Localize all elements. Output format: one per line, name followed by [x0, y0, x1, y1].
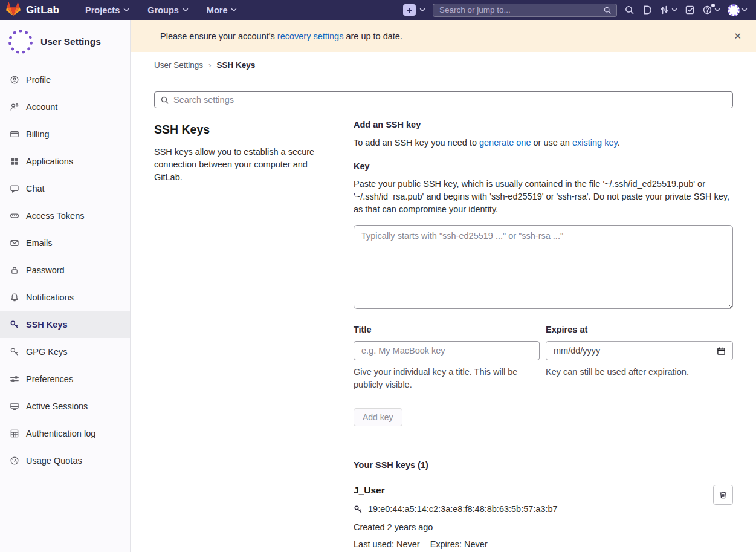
ssh-key-last-used: Last used: Never — [354, 539, 420, 549]
your-ssh-keys-heading: Your SSH keys (1) — [354, 460, 733, 470]
delete-key-button[interactable] — [713, 485, 733, 505]
user-avatar[interactable] — [728, 4, 740, 16]
sidebar-item-profile[interactable]: Profile — [0, 66, 130, 93]
title-field-help: Give your individual key a title. This w… — [354, 366, 540, 391]
key-field-help: Paste your public SSH key, which is usua… — [354, 178, 733, 216]
user-avatar — [8, 30, 33, 54]
breadcrumb-ssh-keys: SSH Keys — [217, 60, 256, 70]
sidebar-item-notifications[interactable]: Notifications — [0, 284, 130, 311]
sidebar-item-gpg-keys[interactable]: GPG Keys — [0, 338, 130, 365]
section-form: Add an SSH key To add an SSH key you nee… — [354, 120, 733, 549]
new-item-dropdown[interactable]: + — [403, 4, 425, 16]
gpg-keys-icon — [10, 347, 19, 357]
nav-more-menu[interactable]: More — [198, 0, 247, 20]
app-window: GitLab Projects Groups More + — [0, 0, 756, 552]
password-lock-icon — [10, 265, 19, 275]
global-search-box[interactable] — [433, 4, 617, 17]
top-navbar: GitLab Projects Groups More + — [0, 0, 756, 20]
page-description: SSH keys allow you to establish a secure… — [154, 146, 325, 184]
active-sessions-monitor-icon — [10, 401, 19, 411]
sidebar-item-authentication-log[interactable]: Authentication log — [0, 420, 130, 447]
todo-list-button[interactable] — [685, 5, 695, 15]
sidebar-item-password[interactable]: Password — [0, 256, 130, 284]
sidebar-item-applications[interactable]: Applications — [0, 148, 130, 175]
gitlab-home-link[interactable]: GitLab — [6, 2, 59, 18]
plus-icon[interactable]: + — [403, 4, 416, 16]
notifications-bell-icon — [10, 293, 19, 302]
date-placeholder: mm/dd/yyyy — [554, 346, 717, 356]
ssh-key-info: J_User 19:e0:44:a5:14:c2:3a:e8:f8:48:8b:… — [354, 485, 713, 549]
usage-quotas-gauge-icon — [10, 456, 19, 466]
sidebar-item-emails[interactable]: Emails — [0, 229, 130, 256]
access-tokens-icon — [10, 211, 19, 221]
gitlab-logo-text: GitLab — [26, 4, 59, 16]
ssh-key-textarea[interactable] — [354, 225, 733, 309]
ssh-key-list-item: J_User 19:e0:44:a5:14:c2:3a:e8:f8:48:8b:… — [354, 485, 733, 549]
preferences-sliders-icon — [10, 374, 19, 384]
ssh-key-name: J_User — [354, 485, 713, 496]
gitlab-tanuki-logo-icon — [6, 2, 21, 18]
main-panel: Please ensure your account's recovery se… — [131, 20, 756, 552]
issues-button[interactable] — [642, 5, 652, 15]
settings-search-box[interactable] — [154, 91, 733, 108]
emails-icon — [10, 238, 19, 248]
add-ssh-key-heading: Add an SSH key — [354, 120, 733, 129]
billing-icon — [10, 129, 19, 139]
breadcrumb-bar: User Settings › SSH Keys — [131, 52, 756, 77]
chevron-down-icon — [671, 8, 677, 12]
generate-one-link[interactable]: generate one — [479, 138, 531, 148]
ssh-key-fingerprint: 19:e0:44:a5:14:c2:3a:e8:f8:48:8b:63:5b:5… — [368, 504, 558, 514]
merge-requests-dropdown[interactable] — [659, 5, 677, 15]
user-menu-dropdown[interactable] — [728, 4, 748, 16]
search-icon — [624, 5, 635, 15]
sidebar-item-account[interactable]: Account — [0, 93, 130, 120]
breadcrumb-separator-icon: › — [208, 60, 212, 70]
sidebar-item-active-sessions[interactable]: Active Sessions — [0, 392, 130, 420]
profile-icon — [10, 75, 19, 85]
authentication-log-table-icon — [10, 429, 19, 438]
help-dropdown[interactable] — [702, 5, 720, 15]
expires-field-help: Key can still be used after expiration. — [546, 366, 733, 378]
settings-search-input[interactable] — [154, 91, 733, 108]
sidebar-nav-list: Profile Account Bill — [0, 66, 130, 474]
nav-groups-menu[interactable]: Groups — [138, 0, 198, 20]
sidebar-item-chat[interactable]: Chat — [0, 175, 130, 202]
title-field-label: Title — [354, 325, 540, 334]
section-summary: SSH Keys SSH keys allow you to establish… — [154, 120, 325, 549]
recovery-settings-alert: Please ensure your account's recovery se… — [131, 20, 756, 52]
chat-icon — [10, 184, 19, 193]
navbar-menu: Projects Groups More — [76, 0, 246, 20]
navbar-search-button[interactable] — [624, 5, 635, 15]
key-icon — [354, 505, 363, 514]
key-title-input[interactable] — [354, 341, 540, 360]
calendar-icon[interactable] — [717, 346, 726, 356]
account-icon — [10, 102, 19, 112]
todo-check-icon — [685, 5, 695, 15]
ssh-key-fingerprint-row: 19:e0:44:a5:14:c2:3a:e8:f8:48:8b:63:5b:5… — [354, 504, 713, 514]
close-icon[interactable]: ✕ — [729, 28, 746, 44]
existing-key-link[interactable]: existing key — [572, 138, 618, 148]
navbar-right-cluster: + — [403, 4, 748, 17]
global-search-input[interactable] — [438, 5, 599, 15]
sidebar-item-ssh-keys[interactable]: SSH Keys — [0, 311, 130, 338]
alert-text: Please ensure your account's recovery se… — [160, 31, 402, 41]
chevron-down-icon — [231, 8, 237, 12]
page-title: SSH Keys — [154, 123, 325, 137]
chevron-down-icon — [714, 8, 720, 12]
sidebar-item-access-tokens[interactable]: Access Tokens — [0, 202, 130, 229]
sidebar-item-usage-quotas[interactable]: Usage Quotas — [0, 447, 130, 474]
breadcrumb-user-settings[interactable]: User Settings — [154, 60, 203, 70]
sidebar-item-billing[interactable]: Billing — [0, 120, 130, 148]
recovery-settings-link[interactable]: recovery settings — [277, 31, 344, 41]
expires-at-input[interactable]: mm/dd/yyyy — [546, 341, 733, 360]
expires-field-label: Expires at — [546, 325, 733, 334]
issues-icon — [642, 5, 652, 15]
sidebar-title: User Settings — [40, 36, 101, 47]
chevron-down-icon — [123, 8, 129, 12]
applications-icon — [10, 157, 19, 166]
sidebar-item-preferences[interactable]: Preferences — [0, 365, 130, 392]
add-key-button[interactable]: Add key — [354, 408, 402, 426]
nav-projects-menu[interactable]: Projects — [76, 0, 138, 20]
chevron-down-icon — [419, 8, 425, 12]
ssh-key-created: Created 2 years ago — [354, 522, 713, 532]
